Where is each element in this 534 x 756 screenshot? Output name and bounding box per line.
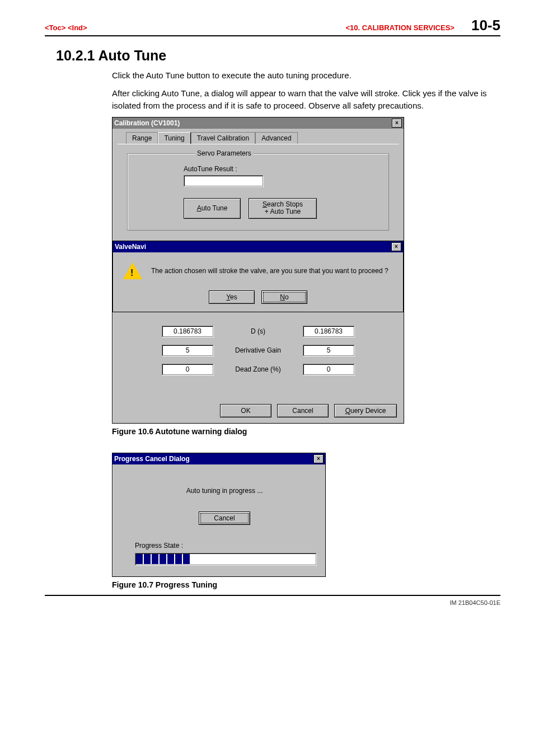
param-row-dg: 5 Derivative Gain 5 (134, 345, 382, 356)
header-left-links: <Toc> <Ind> (45, 24, 87, 32)
param-row-dz: 0 Dead Zone (%) 0 (134, 364, 382, 375)
progress-message: Auto tuning in progress ... (135, 487, 314, 495)
progress-state-label: Progress State : (135, 542, 314, 550)
progress-titlebar: Progress Cancel Dialog × (113, 453, 325, 464)
dz-label: Dead Zone (%) (230, 365, 286, 373)
dg-right-value: 5 (303, 345, 354, 356)
body-paragraph-1: Click the Auto Tune button to execute th… (112, 69, 489, 82)
close-icon[interactable]: × (313, 454, 324, 463)
calibration-title: Calibration (CV1001) (114, 119, 180, 127)
toc-link[interactable]: <Toc> (45, 24, 65, 32)
progress-bar (135, 553, 316, 565)
valvenavi-dialog: ValveNavi × The action chosen will strok… (113, 241, 404, 312)
close-icon[interactable]: × (392, 119, 402, 128)
progress-title: Progress Cancel Dialog (114, 455, 190, 463)
parameter-grid: 0.186783 D (s) 0.186783 5 Derivative Gai… (117, 312, 399, 393)
groupbox-label: Servo Parameters (195, 149, 254, 157)
page-footer: IM 21B04C50-01E (45, 595, 500, 606)
calibration-dialog: Calibration (CV1001) × Range Tuning Trav… (112, 117, 404, 423)
autotune-result-field (184, 175, 263, 186)
warning-icon (123, 261, 142, 280)
dz-right-value: 0 (303, 364, 354, 375)
progress-dialog: Progress Cancel Dialog × Auto tuning in … (112, 453, 326, 577)
ind-link[interactable]: <Ind> (68, 24, 87, 32)
figure-caption-2: Figure 10.7 Progress Tuning (112, 580, 500, 589)
no-button[interactable]: No (261, 290, 307, 304)
tab-tuning[interactable]: Tuning (158, 132, 190, 144)
cancel-button[interactable]: Cancel (277, 404, 329, 417)
dz-left-value: 0 (162, 364, 213, 375)
header-section: <10. CALIBRATION SERVICES> (345, 24, 455, 32)
body-paragraph-2: After clicking Auto Tune, a dialog will … (112, 87, 489, 112)
autotune-result-label: AutoTune Result : (184, 165, 377, 173)
tab-range[interactable]: Range (126, 132, 158, 144)
section-heading: 10.2.1 Auto Tune (56, 48, 500, 64)
yes-button[interactable]: Yes (209, 290, 255, 304)
param-row-d: 0.186783 D (s) 0.186783 (134, 326, 382, 337)
page-number: 10-5 (471, 17, 500, 34)
d-label: D (s) (230, 327, 286, 335)
dg-label: Derivative Gain (230, 346, 286, 354)
tab-row: Range Tuning Travel Calibration Advanced (113, 129, 404, 144)
d-right-value: 0.186783 (303, 326, 354, 337)
ok-button[interactable]: OK (220, 404, 271, 417)
warning-message: The action chosen will stroke the valve,… (151, 267, 388, 275)
valvenavi-titlebar: ValveNavi × (113, 241, 403, 252)
search-stops-button[interactable]: Search Stops+ Auto Tune (249, 198, 317, 218)
auto-tune-button[interactable]: Auto Tune (184, 198, 241, 218)
progress-cancel-button[interactable]: Cancel (199, 511, 250, 525)
dg-left-value: 5 (162, 345, 213, 356)
calibration-titlebar: Calibration (CV1001) × (113, 118, 404, 129)
tab-advanced[interactable]: Advanced (255, 132, 297, 144)
servo-parameters-group: Servo Parameters AutoTune Result : Auto … (127, 153, 389, 230)
d-left-value: 0.186783 (162, 326, 213, 337)
valvenavi-title: ValveNavi (115, 243, 146, 251)
tab-travel[interactable]: Travel Calibration (191, 132, 256, 144)
page-header: <Toc> <Ind> <10. CALIBRATION SERVICES> 1… (45, 17, 500, 36)
figure-caption-1: Figure 10.6 Autotune warning dialog (112, 427, 500, 436)
close-icon[interactable]: × (391, 242, 401, 251)
query-device-button[interactable]: Query Device (334, 404, 397, 417)
dialog-bottom-buttons: OK Cancel Query Device (113, 400, 404, 423)
